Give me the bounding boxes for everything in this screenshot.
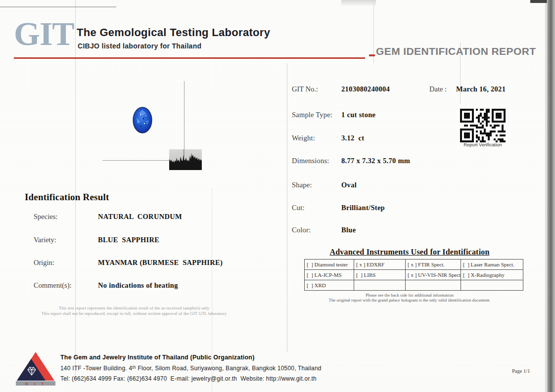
color-label: Color: bbox=[292, 226, 311, 234]
crosshair-line-horizontal bbox=[102, 160, 170, 161]
git-logo: GIT bbox=[14, 17, 74, 50]
scan-fold-line bbox=[373, 0, 374, 63]
instrument-cell-empty bbox=[406, 280, 461, 291]
qr-code bbox=[460, 109, 506, 142]
shape-value: Oval bbox=[341, 181, 357, 189]
shape-label: Shape: bbox=[292, 181, 312, 189]
report-page: GIT The Gemological Testing Laboratory C… bbox=[0, 0, 555, 392]
instruments-row: [ ] Diamond tester [ x ] EDXRF [ x ] FTI… bbox=[305, 260, 523, 270]
instrument-cell-diamond-tester: [ ] Diamond tester bbox=[305, 260, 354, 270]
origin-value: MYANMAR (BURMESE SAPPHIRE) bbox=[98, 259, 223, 267]
variety-label: Variety: bbox=[34, 236, 56, 244]
field-row-shape: Shape: Oval bbox=[292, 181, 460, 191]
instruments-row: [ ] LA-ICP-MS [ ] LIBS [ x ] UV-VIS-NIR … bbox=[305, 270, 523, 280]
sample-type-value: 1 cut stone bbox=[341, 111, 375, 119]
dimensions-value: 8.77 x 7.32 x 5.70 mm bbox=[341, 157, 410, 165]
instrument-cell-x-radiography: [ ] X-Radiography bbox=[461, 270, 523, 280]
git-no-label: GIT No.: bbox=[292, 85, 318, 93]
qr-caption: Report Verification bbox=[459, 142, 507, 147]
note-line: The original report with the grand palac… bbox=[298, 298, 521, 303]
scan-page-edge bbox=[545, 0, 555, 392]
species-label: Species: bbox=[34, 213, 57, 221]
footer-contact: Tel: (662)634 4999 Fax: (662)634 4970 E-… bbox=[60, 375, 317, 382]
scan-smudge bbox=[0, 6, 116, 7]
instrument-cell-libs: [ ] LIBS bbox=[354, 270, 406, 280]
header-rule bbox=[14, 57, 365, 59]
spectrum-thumbnail bbox=[169, 149, 202, 170]
note-line: Please see the back side for additional … bbox=[298, 293, 521, 298]
variety-value: BLUE SAPPHIRE bbox=[98, 236, 159, 244]
instruments-row: [ ] XRD bbox=[305, 280, 523, 291]
git-footer-logo: G I T bbox=[15, 351, 56, 387]
date-value: March 16, 2021 bbox=[456, 85, 506, 93]
field-row-weight: Weight: 3.12 ct bbox=[292, 134, 460, 144]
page-number: Page 1/1 bbox=[512, 368, 530, 374]
identification-heading: Identification Result bbox=[25, 192, 109, 203]
field-row-color: Color: Blue bbox=[292, 226, 460, 236]
field-row-sample-type: Sample Type: 1 cut stone bbox=[292, 111, 460, 121]
instruments-table: [ ] Diamond tester [ x ] EDXRF [ x ] FTI… bbox=[304, 259, 523, 291]
instrument-cell-ftir: [ x ] FTIR Spect. bbox=[406, 260, 461, 270]
instrument-cell-uv-vis-nir: [ x ] UV-VIS-NIR Spect. bbox=[406, 270, 461, 280]
footer-org-name: The Gem and Jewelry Institute of Thailan… bbox=[60, 354, 255, 361]
disclaimer-line: This test report represents the identifi… bbox=[27, 305, 241, 311]
species-value: NATURAL CORUNDUM bbox=[98, 213, 182, 221]
lab-subtitle: CIBJO listed laboratory for Thailand bbox=[78, 42, 201, 50]
weight-label: Weight: bbox=[292, 134, 315, 142]
instrument-cell-laser-raman: [ ] Laser Raman Spect. bbox=[461, 260, 523, 270]
instruments-heading: Advanced Instruments Used for Identifica… bbox=[298, 248, 521, 257]
cut-value: Brilliant/Step bbox=[341, 204, 385, 212]
scan-fold-line bbox=[212, 188, 212, 392]
cut-label: Cut: bbox=[292, 204, 305, 212]
origin-label: Origin: bbox=[34, 259, 54, 267]
footer-logo-caption: G I T bbox=[25, 382, 46, 386]
disclaimer-line: This report shall not be reproduced, exc… bbox=[27, 311, 241, 316]
lab-name: The Gemological Testing Laboratory bbox=[77, 26, 270, 39]
scan-fold-line bbox=[287, 63, 287, 352]
weight-value: 3.12 ct bbox=[341, 134, 364, 142]
instruments-note: Please see the back side for additional … bbox=[298, 293, 521, 303]
footer-address: 140 ITF -Tower Building. 4ᵗʰ Floor, Silo… bbox=[60, 365, 322, 372]
gemstone-photo bbox=[133, 107, 152, 133]
report-title: GEM IDENTIFICATION REPORT bbox=[376, 45, 536, 57]
comments-value: No indications of heating bbox=[98, 281, 178, 290]
field-row-git-no: GIT No.: 2103080240004 Date : March 16, … bbox=[292, 85, 524, 95]
date-label: Date : bbox=[429, 85, 447, 93]
instrument-cell-la-icp-ms: [ ] LA-ICP-MS bbox=[305, 270, 354, 280]
field-row-cut: Cut: Brilliant/Step bbox=[292, 204, 460, 214]
comments-label: Comment(s): bbox=[34, 281, 72, 290]
header-rule-dash bbox=[369, 54, 375, 56]
instrument-cell-xrd: [ ] XRD bbox=[305, 280, 354, 291]
color-value: Blue bbox=[341, 226, 356, 234]
sample-type-label: Sample Type: bbox=[292, 111, 332, 119]
report-disclaimer: This test report represents the identifi… bbox=[27, 305, 241, 316]
scan-smudge bbox=[341, 0, 376, 6]
field-row-dimensions: Dimensions: 8.77 x 7.32 x 5.70 mm bbox=[292, 157, 460, 167]
dimensions-label: Dimensions: bbox=[292, 157, 329, 165]
instrument-cell-edxrf: [ x ] EDXRF bbox=[354, 260, 406, 270]
instrument-cell-empty bbox=[354, 280, 406, 291]
git-no-value: 2103080240004 bbox=[341, 85, 390, 93]
instrument-cell-empty bbox=[461, 280, 523, 291]
